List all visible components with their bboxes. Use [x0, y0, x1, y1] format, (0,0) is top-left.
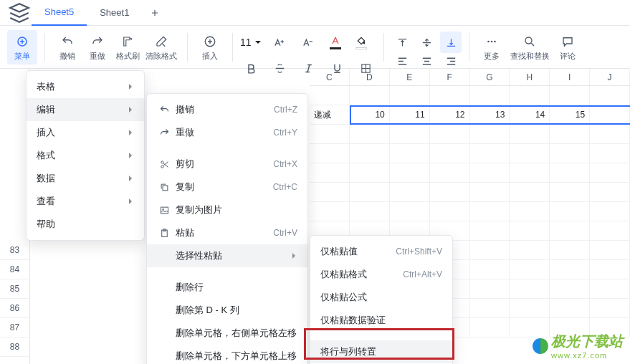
tab-sheet1[interactable]: Sheet1	[87, 0, 142, 26]
menu-button[interactable]: 菜单	[7, 30, 37, 64]
paste-values[interactable]: 仅粘贴值Ctrl+Shift+V	[310, 240, 452, 263]
chevron-right-icon	[127, 83, 134, 90]
main-menu: 表格 编辑 插入 格式 数据 查看 帮助	[26, 70, 145, 241]
sheet-tabs: Sheet5 Sheet1	[0, 0, 630, 26]
chevron-right-icon	[127, 198, 134, 205]
copy-icon	[157, 182, 171, 193]
insert-button[interactable]: 插入	[195, 30, 225, 64]
logo-icon	[533, 338, 548, 354]
col-header[interactable]: D	[350, 69, 390, 85]
svg-point-7	[161, 166, 163, 168]
chevron-right-icon	[127, 106, 134, 113]
col-header[interactable]: J	[590, 69, 630, 85]
toolbar: 菜单 撤销 重做 格式刷 清除格式 插入 11	[0, 26, 630, 69]
chevron-right-icon	[127, 175, 134, 182]
font-size-increase[interactable]	[269, 32, 290, 53]
submenu-undo[interactable]: 撤销Ctrl+Z	[147, 98, 307, 121]
font-size[interactable]: 11	[240, 37, 262, 48]
comment-icon	[561, 34, 574, 49]
menu-item-table[interactable]: 表格	[27, 75, 144, 98]
menu-item-help[interactable]: 帮助	[27, 213, 144, 236]
svg-point-4	[491, 40, 493, 42]
cell[interactable]: 13	[470, 105, 510, 125]
submenu-delete-shift-up[interactable]: 删除单元格，下方单元格上移	[147, 345, 307, 364]
submenu-delete-cols[interactable]: 删除第 D - K 列	[147, 299, 307, 322]
menu-item-data[interactable]: 数据	[27, 167, 144, 190]
col-header[interactable]: G	[470, 69, 510, 85]
undo-button[interactable]: 撤销	[52, 30, 82, 64]
redo-icon	[91, 34, 104, 49]
eraser-icon	[155, 34, 168, 49]
edit-submenu: 撤销Ctrl+Z 重做Ctrl+Y 剪切Ctrl+X 复制Ctrl+C 复制为图…	[146, 93, 308, 364]
menu-item-format[interactable]: 格式	[27, 144, 144, 167]
clear-format-button[interactable]: 清除格式	[143, 30, 180, 64]
redo-button[interactable]: 重做	[82, 30, 113, 64]
submenu-paste[interactable]: 粘贴Ctrl+V	[147, 221, 307, 244]
col-header[interactable]: F	[430, 69, 470, 85]
chevron-down-icon	[254, 39, 262, 46]
chevron-right-icon	[127, 129, 134, 136]
search-icon	[523, 34, 536, 49]
submenu-redo[interactable]: 重做Ctrl+Y	[147, 121, 307, 144]
menu-item-view[interactable]: 查看	[27, 190, 144, 213]
column-headers: C D E F G H I J	[310, 69, 630, 86]
paste-transpose[interactable]: 将行与列转置	[310, 340, 452, 363]
svg-rect-9	[163, 186, 168, 191]
fill-color-button[interactable]	[352, 35, 371, 49]
row-header[interactable]: 83	[0, 241, 29, 260]
undo-icon	[157, 105, 171, 115]
paste-validation[interactable]: 仅粘贴数据验证	[310, 309, 452, 332]
svg-point-5	[494, 40, 496, 42]
redo-icon	[157, 128, 171, 138]
undo-icon	[61, 34, 74, 49]
menu-icon	[16, 34, 29, 49]
row-header[interactable]: 88	[0, 337, 29, 357]
more-button[interactable]: 更多	[477, 30, 507, 64]
find-replace-button[interactable]: 查找和替换	[507, 30, 553, 64]
chevron-right-icon	[290, 252, 297, 259]
row-header[interactable]: 84	[0, 260, 29, 279]
col-header[interactable]: I	[550, 69, 590, 85]
image-icon	[157, 205, 171, 216]
fill-color-bar	[355, 47, 367, 49]
submenu-copy-image[interactable]: 复制为图片	[147, 198, 307, 221]
paste-formula[interactable]: 仅粘贴公式	[310, 286, 452, 309]
menu-item-edit[interactable]: 编辑	[27, 98, 144, 121]
paste-special-submenu: 仅粘贴值Ctrl+Shift+V 仅粘贴格式Ctrl+Alt+V 仅粘贴公式 仅…	[310, 235, 453, 364]
cell[interactable]: 15	[550, 105, 590, 125]
svg-point-6	[525, 37, 532, 44]
sheets-icon[interactable]	[7, 1, 32, 25]
svg-point-3	[487, 40, 490, 42]
col-header[interactable]: E	[390, 69, 430, 85]
format-painter-button[interactable]: 格式刷	[113, 30, 143, 64]
cell[interactable]: 14	[510, 105, 550, 125]
add-sheet-button[interactable]	[142, 8, 168, 18]
col-header[interactable]: C	[310, 69, 350, 85]
row-header[interactable]: 87	[0, 318, 29, 337]
watermark: 极光下载站 www.xz7.com	[533, 332, 623, 360]
submenu-copy[interactable]: 复制Ctrl+C	[147, 176, 307, 198]
chevron-right-icon	[127, 152, 134, 159]
row-header[interactable]: 86	[0, 299, 29, 318]
submenu-paste-special[interactable]: 选择性粘贴	[147, 244, 307, 267]
tab-sheet5[interactable]: Sheet5	[32, 0, 87, 26]
comment-button[interactable]: 评论	[553, 30, 583, 64]
text-color-button[interactable]	[326, 35, 345, 49]
submenu-delete-row[interactable]: 删除行	[147, 276, 307, 299]
dots-icon	[485, 34, 498, 49]
align-grid	[391, 32, 462, 67]
cell[interactable]: 递减	[310, 105, 350, 125]
cell[interactable]: 11	[390, 105, 430, 125]
submenu-delete-shift-left[interactable]: 删除单元格，右侧单元格左移	[147, 322, 307, 345]
clipboard-icon	[157, 228, 171, 239]
row-header[interactable]: 85	[0, 279, 29, 299]
brush-icon	[121, 34, 134, 49]
paste-format[interactable]: 仅粘贴格式Ctrl+Alt+V	[310, 263, 452, 286]
svg-rect-10	[161, 207, 168, 214]
font-size-decrease[interactable]	[297, 32, 319, 53]
col-header[interactable]: H	[510, 69, 550, 85]
submenu-cut[interactable]: 剪切Ctrl+X	[147, 153, 307, 176]
menu-item-insert[interactable]: 插入	[27, 121, 144, 144]
cell[interactable]: 10	[350, 105, 390, 125]
cell[interactable]: 12	[430, 105, 470, 125]
